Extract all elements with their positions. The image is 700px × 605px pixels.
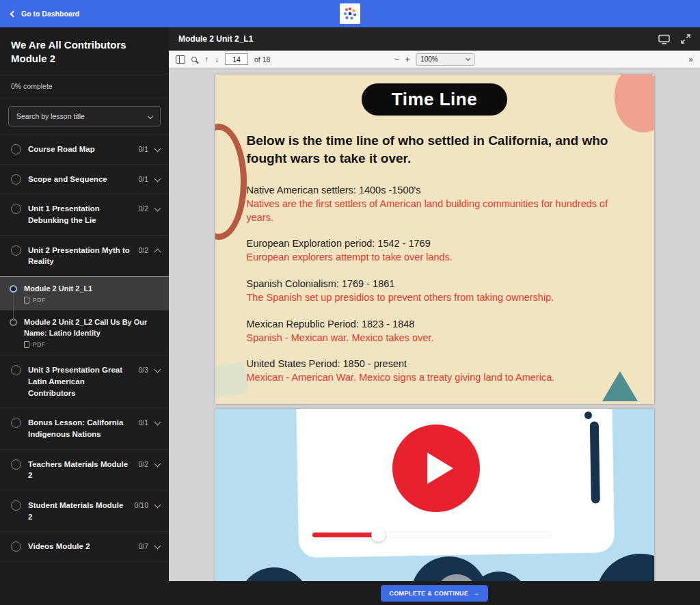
camera-strip bbox=[589, 421, 600, 503]
section-label: Unit 2 Presentation Myth to Reality bbox=[28, 245, 131, 267]
camera-dot bbox=[584, 412, 592, 419]
doc-search-icon[interactable] bbox=[191, 57, 197, 62]
lesson-type: PDF bbox=[24, 341, 159, 348]
timeline-detail: European explorers attempt to take over … bbox=[247, 251, 623, 265]
lesson-status-circle bbox=[11, 204, 21, 214]
complete-continue-button[interactable]: COMPLETE & CONTINUE → bbox=[381, 585, 488, 602]
timeline-detail: The Spanish set up presidios to prevent … bbox=[247, 291, 623, 305]
timeline-entry: United States Period: 1850 - present Mex… bbox=[247, 358, 623, 385]
lesson-title: Module 2 Unit 2_L1 bbox=[178, 34, 253, 44]
app-logo bbox=[340, 3, 360, 24]
section-list: Course Road Map 0/1 Scope and Sequence 0… bbox=[0, 134, 169, 562]
timeline-entry: Spanish Colonialism: 1769 - 1861 The Spa… bbox=[247, 278, 623, 305]
lesson-type-label: PDF bbox=[33, 297, 46, 304]
zoom-out-button[interactable]: − bbox=[394, 55, 400, 64]
sage-square-decoration bbox=[215, 362, 249, 399]
play-triangle-icon bbox=[427, 453, 453, 484]
sidebar-item-bonus-lesson[interactable]: Bonus Lesson: California Indigenous Nati… bbox=[0, 408, 169, 449]
chevron-down-icon bbox=[154, 146, 161, 152]
chevron-down-icon bbox=[154, 175, 161, 182]
zoom-value: 100% bbox=[420, 55, 438, 63]
chevron-left-icon bbox=[10, 10, 17, 17]
lesson-search-dropdown[interactable]: Search by lesson title bbox=[8, 106, 161, 126]
chevron-down-icon bbox=[466, 56, 470, 61]
timeline-detail: Spanish - Mexican war. Mexico takes over… bbox=[247, 332, 623, 345]
pdf-toolbar: ↑ ↓ of 18 − + 100% » bbox=[169, 51, 700, 68]
timeline-period: United States Period: 1850 - present bbox=[247, 358, 623, 369]
section-label: Student Materials Module 2 bbox=[28, 500, 128, 522]
panel-toggle-icon[interactable] bbox=[176, 55, 185, 64]
section-label: Course Road Map bbox=[28, 144, 131, 155]
back-label: Go to Dashboard bbox=[21, 10, 79, 18]
arrow-right-icon: → bbox=[473, 590, 479, 597]
section-label: Scope and Sequence bbox=[28, 174, 131, 185]
timeline-entry: Native American settlers: 1400s -1500's … bbox=[247, 185, 623, 224]
display-icon[interactable] bbox=[658, 34, 670, 44]
lesson-item-module-2-unit-2-l2[interactable]: Module 2 Unit 2_L2 Call Us By Our Name: … bbox=[0, 310, 169, 355]
chevron-down-icon bbox=[154, 205, 161, 212]
section-count: 0/10 bbox=[135, 501, 148, 509]
timeline-period: European Exploration period: 1542 - 1769 bbox=[247, 238, 623, 249]
timeline-detail: Mexican - American War. Mexico signs a t… bbox=[247, 371, 623, 385]
chevron-down-icon bbox=[154, 460, 161, 467]
sidebar-item-unit-1-presentation[interactable]: Unit 1 Presentation Debunking the Lie 0/… bbox=[0, 194, 169, 235]
complete-button-label: COMPLETE & CONTINUE bbox=[389, 590, 468, 597]
page-number-input[interactable] bbox=[225, 53, 248, 65]
section-label: Videos Module 2 bbox=[28, 541, 131, 552]
zoom-in-button[interactable]: + bbox=[405, 55, 411, 64]
lesson-label: Module 2 Unit 2_L2 Call Us By Our Name: … bbox=[24, 317, 159, 338]
timeline-period: Native American settlers: 1400s -1500's bbox=[247, 185, 623, 196]
lesson-label: Module 2 Unit 2_L1 bbox=[24, 284, 92, 294]
course-progress: 0% complete bbox=[0, 75, 169, 98]
zoom-controls: − + 100% bbox=[394, 53, 474, 66]
slide-title-pill: Time Line bbox=[362, 83, 507, 116]
pdf-page-timeline: Time Line Below is the time line of who … bbox=[215, 75, 654, 404]
section-count: 0/2 bbox=[138, 204, 148, 213]
page-up-icon[interactable]: ↑ bbox=[204, 55, 208, 64]
play-button-icon bbox=[392, 425, 480, 512]
lesson-type: PDF bbox=[24, 297, 92, 304]
course-title: We Are All Contributors Module 2 bbox=[0, 27, 169, 75]
lesson-item-module-2-unit-2-l1[interactable]: Module 2 Unit 2_L1 PDF bbox=[0, 277, 169, 310]
chevron-down-icon bbox=[154, 501, 161, 508]
coral-blob-decoration bbox=[606, 75, 654, 139]
lesson-connector-line bbox=[13, 294, 14, 321]
lesson-status-circle bbox=[11, 245, 21, 256]
sidebar-item-unit-3-presentation[interactable]: Unit 3 Presentation Great Latin American… bbox=[0, 355, 169, 408]
chevron-down-icon bbox=[154, 419, 161, 426]
topbar: Go to Dashboard bbox=[0, 0, 700, 27]
lesson-status-circle bbox=[11, 541, 21, 552]
section-count: 0/1 bbox=[138, 175, 148, 183]
lesson-type-label: PDF bbox=[33, 341, 46, 348]
zoom-select[interactable]: 100% bbox=[416, 53, 474, 66]
pdf-file-icon bbox=[24, 297, 29, 304]
logo-graphic bbox=[342, 6, 358, 21]
video-progress-fill bbox=[312, 533, 378, 537]
lesson-status-circle bbox=[11, 365, 21, 375]
sidebar-item-teachers-materials[interactable]: Teachers Materials Module 2 0/2 bbox=[0, 450, 169, 491]
lesson-status-circle bbox=[11, 174, 21, 185]
timeline-detail: Natives are the first settlers of Americ… bbox=[247, 198, 623, 224]
sidebar-item-course-road-map[interactable]: Course Road Map 0/1 bbox=[0, 135, 169, 165]
sidebar-item-videos-module-2[interactable]: Videos Module 2 0/7 bbox=[0, 532, 169, 562]
toolbar-overflow-icon[interactable]: » bbox=[688, 55, 693, 64]
section-count: 0/1 bbox=[138, 418, 148, 427]
sidebar-item-unit-2-presentation[interactable]: Unit 2 Presentation Myth to Reality 0/2 bbox=[0, 236, 169, 277]
sidebar-item-scope-and-sequence[interactable]: Scope and Sequence 0/1 bbox=[0, 165, 169, 195]
lesson-status-circle bbox=[11, 418, 21, 428]
back-to-dashboard-link[interactable]: Go to Dashboard bbox=[11, 10, 79, 18]
timeline-entry: European Exploration period: 1542 - 1769… bbox=[247, 238, 623, 265]
lesson-status-circle bbox=[11, 500, 21, 511]
page-count-label: of 18 bbox=[254, 55, 270, 64]
sidebar-item-student-materials[interactable]: Student Materials Module 2 0/10 bbox=[0, 491, 169, 532]
page-down-icon[interactable]: ↓ bbox=[215, 55, 219, 64]
video-progress-bar bbox=[312, 533, 552, 537]
fullscreen-icon[interactable] bbox=[681, 34, 690, 44]
chevron-down-icon bbox=[148, 113, 153, 119]
pdf-viewport[interactable]: Time Line Below is the time line of who … bbox=[169, 68, 700, 581]
lesson-status-circle bbox=[11, 459, 21, 470]
pdf-file-icon bbox=[24, 341, 29, 348]
section-count: 0/3 bbox=[138, 366, 148, 374]
chevron-up-icon bbox=[154, 248, 161, 255]
section-count: 0/1 bbox=[138, 145, 148, 153]
